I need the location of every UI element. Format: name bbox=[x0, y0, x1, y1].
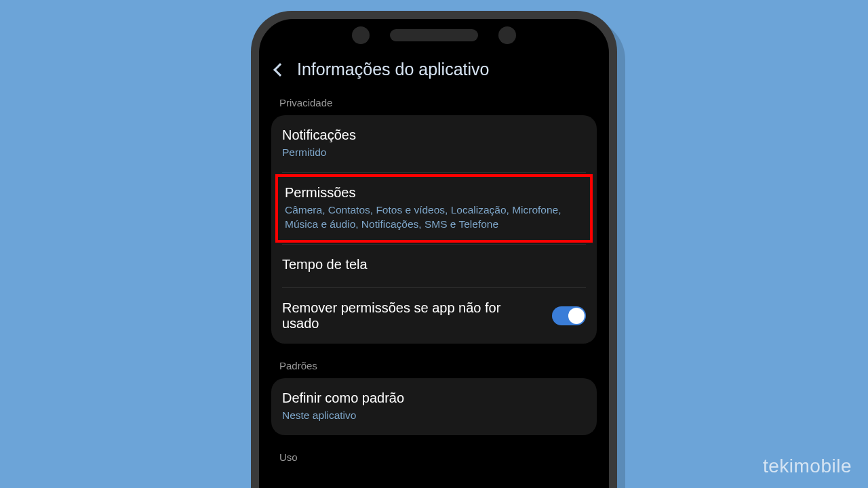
row-title: Notificações bbox=[282, 127, 586, 143]
row-set-default[interactable]: Definir como padrão Neste aplicativo bbox=[271, 378, 597, 435]
sensor-dot bbox=[352, 26, 370, 44]
row-title: Permissões bbox=[285, 185, 583, 201]
section-label-usage: Uso bbox=[271, 446, 597, 470]
phone-screen-container: Informações do aplicativo Privacidade No… bbox=[259, 19, 609, 488]
row-title: Definir como padrão bbox=[282, 390, 586, 406]
row-notifications[interactable]: Notificações Permitido bbox=[271, 115, 597, 172]
settings-screen: Informações do aplicativo Privacidade No… bbox=[259, 52, 609, 470]
row-title: Tempo de tela bbox=[282, 257, 586, 272]
back-icon[interactable] bbox=[273, 63, 287, 77]
page-title: Informações do aplicativo bbox=[297, 60, 489, 79]
section-label-defaults: Padrões bbox=[271, 354, 597, 378]
row-remove-permissions[interactable]: Remover permissões se app não for usado bbox=[271, 288, 597, 344]
app-header: Informações do aplicativo bbox=[271, 52, 597, 92]
row-subtitle: Neste aplicativo bbox=[282, 409, 586, 423]
row-screen-time[interactable]: Tempo de tela bbox=[271, 245, 597, 287]
toggle-knob bbox=[568, 308, 585, 324]
row-subtitle: Câmera, Contatos, Fotos e vídeos, Locali… bbox=[285, 203, 583, 232]
toggle-remove-permissions[interactable] bbox=[552, 306, 586, 325]
phone-frame: Informações do aplicativo Privacidade No… bbox=[251, 11, 617, 488]
sensor-dot bbox=[498, 26, 516, 44]
row-title: Remover permissões se app não for usado bbox=[282, 300, 538, 331]
section-label-privacy: Privacidade bbox=[271, 92, 597, 115]
defaults-card: Definir como padrão Neste aplicativo bbox=[271, 378, 597, 435]
watermark: tekimobile bbox=[763, 455, 852, 477]
privacy-card: Notificações Permitido Permissões Câmera… bbox=[271, 115, 597, 344]
divider bbox=[282, 172, 586, 173]
speaker-grille bbox=[390, 29, 478, 41]
phone-notch bbox=[259, 19, 609, 52]
row-permissions[interactable]: Permissões Câmera, Contatos, Fotos e víd… bbox=[275, 174, 593, 243]
row-subtitle: Permitido bbox=[282, 146, 586, 160]
